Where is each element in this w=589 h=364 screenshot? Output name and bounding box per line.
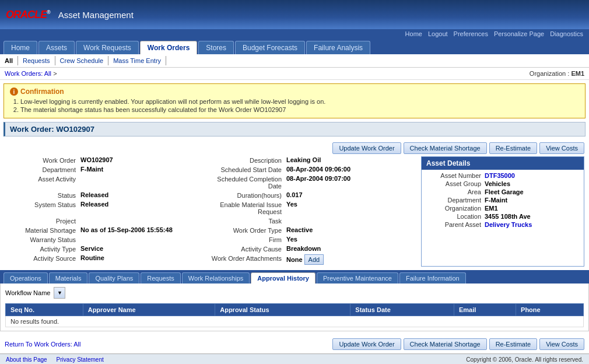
fields-row-6: Project Task [5,217,416,226]
app-title: Asset Management [58,10,134,20]
field-sched-completion: Scheduled Completion Date 08-Apr-2004 09… [211,175,416,190]
tab-assets[interactable]: Assets [38,41,75,54]
asset-field-org: Organization EM1 [426,205,579,212]
fields-row-3: Asset Activity Scheduled Completion Date… [5,175,416,191]
col-phone: Phone [516,304,584,316]
col-approval-status: Approval Status [215,304,350,316]
nav-home[interactable]: Home [405,30,422,37]
detail-tab-requests[interactable]: Requests [141,272,180,284]
field-department: Department F-Maint [5,166,211,173]
action-bar-top: Update Work Order Check Material Shortag… [0,140,589,156]
org-label: Organization : [530,70,569,77]
table-row-no-results: No results found. [6,316,584,327]
detail-tab-approval-history[interactable]: Approval History [251,272,315,284]
oracle-text: ORACLE [6,9,47,20]
check-shortage-button-top[interactable]: Check Material Shortage [404,142,487,154]
field-activity-source: Activity Source Routine [5,254,211,262]
wo-details: Work Order WO102907 Description Leaking … [0,156,589,267]
action-bar-bottom: Update Work Order Check Material Shortag… [332,338,584,350]
asset-field-department: Department F-Maint [426,197,579,204]
tab-home[interactable]: Home [3,41,37,54]
asset-field-parent: Parent Asset Delivery Trucks [426,221,579,228]
detail-tabs: Operations Materials Quality Plans Reque… [0,270,589,284]
top-nav: Home Logout Preferences Personalize Page… [0,29,589,38]
col-approver-name: Approver Name [83,304,215,316]
breadcrumb-link[interactable]: Work Orders: All [5,70,51,77]
update-work-order-button-top[interactable]: Update Work Order [332,142,401,154]
view-costs-button-bottom[interactable]: View Costs [539,338,584,350]
check-shortage-button-bottom[interactable]: Check Material Shortage [404,338,487,350]
workflow-dropdown-button[interactable]: ▼ [54,287,65,299]
fields-row-1: Work Order WO102907 Description Leaking … [5,156,416,166]
detail-tab-quality-plans[interactable]: Quality Plans [89,272,139,284]
field-firm: Firm Yes [211,236,416,243]
col-email: Email [454,304,516,316]
asset-number-link[interactable]: DTF35000 [485,172,515,179]
main-nav: Home Assets Work Requests Work Orders St… [0,38,589,54]
field-project: Project [5,217,211,225]
nav-personalize[interactable]: Personalize Page [494,30,544,37]
asset-field-number: Asset Number DTF35000 [426,172,579,179]
approval-section: Workflow Name ▼ Seq No. Approver Name Ap… [0,284,589,331]
tab-work-requests[interactable]: Work Requests [76,41,139,54]
field-system-status: System Status Released [5,201,211,208]
breadcrumb-separator: > [53,70,57,77]
about-page-link[interactable]: About this Page [6,356,47,363]
parent-asset-link[interactable]: Delivery Trucks [485,221,532,228]
nav-preferences[interactable]: Preferences [454,30,488,37]
confirmation-box: i Confirmation Low-level logging is curr… [3,83,586,118]
detail-tab-work-relationships[interactable]: Work Relationships [182,272,250,284]
add-attachment-button[interactable]: Add [304,254,324,265]
field-enable-material: Enable Material Issue Request Yes [211,201,416,215]
attachments-none-value: None [286,256,303,263]
update-work-order-button-bottom[interactable]: Update Work Order [332,338,401,350]
confirm-icon: i [10,88,18,96]
privacy-statement-link[interactable]: Privacy Statement [57,356,104,363]
asset-details-header: Asset Details [422,157,584,170]
field-wo-type: Work Order Type Reactive [211,226,416,234]
approval-table: Seq No. Approver Name Approval Status St… [5,303,584,327]
tab-failure-analysis[interactable]: Failure Analysis [306,41,370,54]
tab-stores[interactable]: Stores [198,41,234,54]
table-header-row: Seq No. Approver Name Approval Status St… [6,304,584,316]
field-asset-activity: Asset Activity [5,175,211,183]
fields-row-4: Status Released Duration(hours) 0.017 [5,191,416,201]
re-estimate-button-bottom[interactable]: Re-Estimate [489,338,538,350]
detail-tab-preventive-maintenance[interactable]: Preventive Maintenance [317,272,398,284]
nav-logout[interactable]: Logout [428,30,448,37]
confirmation-list: Low-level logging is currently enabled. … [10,98,579,113]
sub-nav: All Requests Crew Schedule Mass Time Ent… [0,54,589,68]
page-footer-links: About this Page Privacy Statement [6,356,104,363]
page-footer: About this Page Privacy Statement Copyri… [0,354,589,364]
field-status: Status Released [5,191,211,199]
field-wo-attachments: Work Order Attachments None Add [211,254,416,265]
asset-details-body: Asset Number DTF35000 Asset Group Vehicl… [422,170,584,232]
re-estimate-button-top[interactable]: Re-Estimate [489,142,538,154]
confirmation-title: i Confirmation [10,88,579,96]
subtab-all[interactable]: All [5,56,18,65]
asset-field-area: Area Fleet Garage [426,188,579,195]
top-header: ORACLE® Asset Management [0,0,589,29]
fields-row-8: Warranty Status Firm Yes [5,236,416,245]
confirmation-msg-2: The material shortage status has been su… [20,106,579,113]
workflow-label: Workflow Name [5,289,50,296]
asset-field-location: Location 3455 108th Ave [426,213,579,220]
detail-tab-failure-information[interactable]: Failure Information [399,272,466,284]
oracle-logo: ORACLE® [6,9,50,21]
subtab-mass-time[interactable]: Mass Time Entry [108,56,166,65]
confirmation-msg-1: Low-level logging is currently enabled. … [20,98,579,105]
footer-links: Return To Work Orders: All Update Work O… [0,335,589,354]
fields-row-9: Activity Type Service Activity Cause Bre… [5,245,416,254]
return-link[interactable]: Return To Work Orders: All [5,341,80,348]
detail-tab-materials[interactable]: Materials [49,272,88,284]
view-costs-button-top[interactable]: View Costs [539,142,584,154]
field-task: Task [211,217,416,225]
subtab-requests[interactable]: Requests [18,56,55,65]
asset-field-group: Asset Group Vehicles [426,180,579,187]
tab-budget-forecasts[interactable]: Budget Forecasts [235,41,305,54]
detail-tab-operations[interactable]: Operations [3,272,48,284]
tab-work-orders[interactable]: Work Orders [140,41,197,54]
nav-diagnostics[interactable]: Diagnostics [550,30,583,37]
subtab-crew-schedule[interactable]: Crew Schedule [55,56,109,65]
fields-row-10: Activity Source Routine Work Order Attac… [5,254,416,267]
